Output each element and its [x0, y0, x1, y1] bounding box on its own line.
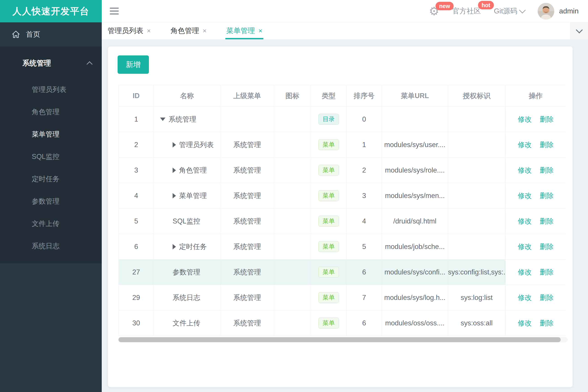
tab-close-icon[interactable]: × — [258, 27, 262, 35]
horizontal-scrollbar-thumb[interactable] — [119, 337, 561, 342]
cell-menu-url: modules/sys/confi... — [382, 260, 448, 285]
menu-name-label: 菜单管理 — [179, 191, 207, 200]
cell-menu-url: /druid/sql.html — [382, 208, 448, 234]
delete-link[interactable]: 删除 — [540, 191, 553, 200]
edit-link[interactable]: 修改 — [518, 242, 532, 252]
sidebar-item-4[interactable]: 定时任务 — [0, 168, 102, 190]
cell-menu-url: modules/oss/oss.... — [382, 310, 448, 336]
sidebar-item-6[interactable]: 文件上传 — [0, 212, 102, 235]
tab-list-dropdown-button[interactable] — [570, 22, 588, 39]
cell-type: 目录 — [311, 106, 347, 132]
cell-id: 4 — [119, 183, 154, 208]
community-label: 官方社区 — [452, 6, 481, 16]
sidebar-item-7[interactable]: 系统日志 — [0, 235, 102, 257]
cell-name: 菜单管理 — [154, 183, 220, 208]
sidebar-toggle-hamburger-icon[interactable] — [110, 8, 119, 14]
type-badge-directory: 目录 — [318, 114, 339, 125]
sidebar-item-1[interactable]: 角色管理 — [0, 101, 102, 123]
chevron-down-icon — [576, 26, 583, 33]
delete-link[interactable]: 删除 — [540, 293, 553, 302]
settings-button[interactable]: ⚙ new — [429, 5, 439, 17]
column-header-4: 类型 — [311, 85, 347, 106]
cell-menu-url: modules/job/sche... — [382, 234, 448, 260]
table-body: 1系统管理目录0修改删除2管理员列表系统管理菜单1modules/sys/use… — [119, 106, 565, 336]
tab-close-icon[interactable]: × — [147, 27, 151, 35]
sidebar-submenu: 管理员列表角色管理菜单管理SQL监控定时任务参数管理文件上传系统日志 — [0, 78, 102, 257]
cell-auth-mark — [448, 208, 505, 234]
tab-1[interactable]: 角色管理× — [171, 22, 207, 39]
tab-close-icon[interactable]: × — [203, 27, 207, 35]
cell-actions: 修改删除 — [505, 183, 566, 208]
username-label: admin — [559, 7, 578, 15]
git-source-dropdown[interactable]: Git源码 — [494, 6, 525, 16]
tabs-container: 管理员列表×角色管理×菜单管理× — [102, 22, 262, 39]
git-source-label: Git源码 — [494, 6, 517, 16]
cell-id: 6 — [119, 234, 154, 260]
edit-link[interactable]: 修改 — [518, 293, 532, 302]
cell-name: 管理员列表 — [154, 132, 220, 158]
delete-link[interactable]: 删除 — [540, 115, 553, 124]
cell-name: 系统日志 — [154, 285, 220, 310]
edit-link[interactable]: 修改 — [518, 140, 532, 150]
cell-name: 参数管理 — [154, 260, 220, 285]
cell-actions: 修改删除 — [505, 208, 566, 234]
edit-link[interactable]: 修改 — [518, 268, 532, 277]
cell-actions: 修改删除 — [505, 234, 566, 260]
cell-icon — [274, 285, 311, 310]
tab-0[interactable]: 管理员列表× — [108, 22, 151, 39]
edit-link[interactable]: 修改 — [518, 115, 532, 124]
cell-type: 菜单 — [311, 285, 347, 310]
main-content-area: 新增 ID名称上级菜单图标类型排序号菜单URL授权标识操作 1系统管理目录0修改… — [102, 39, 588, 392]
cell-icon — [274, 310, 311, 336]
edit-link[interactable]: 修改 — [518, 318, 532, 328]
type-badge-menu: 菜单 — [318, 139, 339, 150]
collapse-arrow-icon[interactable] — [160, 118, 165, 121]
sidebar-group-system-title[interactable]: 系统管理 — [0, 47, 102, 78]
edit-link[interactable]: 修改 — [518, 216, 532, 226]
expand-arrow-icon[interactable] — [173, 142, 176, 148]
user-menu[interactable]: admin — [538, 3, 578, 20]
column-header-8: 操作 — [505, 85, 566, 106]
edit-link[interactable]: 修改 — [518, 191, 532, 200]
cell-parent-menu: 系统管理 — [220, 234, 274, 260]
tab-2[interactable]: 菜单管理× — [226, 22, 262, 39]
menu-name-label: SQL监控 — [173, 216, 200, 226]
cell-type: 菜单 — [311, 310, 347, 336]
cell-menu-url: modules/sys/men... — [382, 183, 448, 208]
community-link[interactable]: 官方社区 hot — [452, 6, 481, 16]
table-header-row: ID名称上级菜单图标类型排序号菜单URL授权标识操作 — [119, 85, 565, 106]
cell-auth-mark — [448, 158, 505, 183]
expand-arrow-icon[interactable] — [173, 168, 176, 173]
column-header-1: 名称 — [154, 85, 220, 106]
add-button[interactable]: 新增 — [118, 56, 149, 74]
expand-arrow-icon[interactable] — [173, 244, 176, 250]
cell-icon — [274, 106, 311, 132]
edit-link[interactable]: 修改 — [518, 166, 532, 175]
sidebar-item-0[interactable]: 管理员列表 — [0, 78, 102, 101]
column-header-7: 授权标识 — [448, 85, 505, 106]
cell-actions: 修改删除 — [505, 106, 566, 132]
sidebar-item-3[interactable]: SQL监控 — [0, 146, 102, 168]
delete-link[interactable]: 删除 — [540, 140, 553, 150]
cell-order: 6 — [347, 310, 382, 336]
type-badge-menu: 菜单 — [318, 165, 339, 176]
sidebar-item-home[interactable]: 首页 — [0, 22, 102, 47]
delete-link[interactable]: 删除 — [540, 242, 553, 252]
home-icon — [11, 30, 21, 39]
cell-auth-mark — [448, 234, 505, 260]
sidebar-item-5[interactable]: 参数管理 — [0, 190, 102, 212]
delete-link[interactable]: 删除 — [540, 268, 553, 277]
cell-parent-menu: 系统管理 — [220, 158, 274, 183]
cell-auth-mark — [448, 183, 505, 208]
cell-id: 30 — [119, 310, 154, 336]
expand-arrow-icon[interactable] — [173, 193, 176, 198]
delete-link[interactable]: 删除 — [540, 318, 553, 328]
horizontal-scrollbar-track[interactable] — [118, 337, 568, 342]
type-badge-menu: 菜单 — [318, 292, 339, 303]
sidebar-item-2[interactable]: 菜单管理 — [0, 123, 102, 146]
delete-link[interactable]: 删除 — [540, 166, 553, 175]
cell-parent-menu: 系统管理 — [220, 260, 274, 285]
delete-link[interactable]: 删除 — [540, 216, 553, 226]
cell-type: 菜单 — [311, 208, 347, 234]
cell-parent-menu: 系统管理 — [220, 310, 274, 336]
